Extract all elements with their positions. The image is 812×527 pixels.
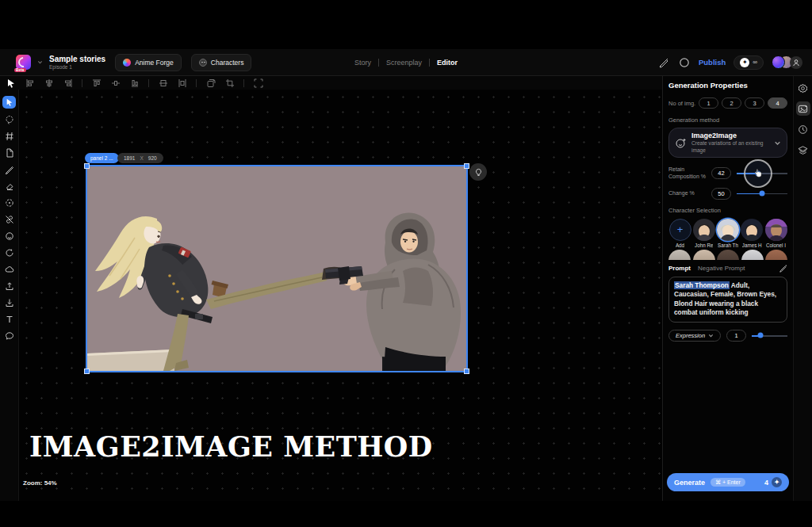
nav-screenplay[interactable]: Screenplay xyxy=(379,59,429,67)
project-title: Sample stories xyxy=(49,55,105,64)
eraser-tool-icon[interactable] xyxy=(3,181,16,192)
upload-tool-icon[interactable] xyxy=(3,281,16,292)
generation-properties-panel: Generation Properties No of img. 1 2 3 4… xyxy=(662,76,793,501)
num-images-option-2[interactable]: 2 xyxy=(722,97,741,109)
cloud-tool-icon[interactable] xyxy=(3,264,16,275)
retain-composition-value[interactable]: 42 xyxy=(711,167,731,179)
tab-anime-forge-label: Anime Forge xyxy=(135,59,174,67)
distribute-center-icon[interactable] xyxy=(177,78,187,88)
suggestion-bulb-button[interactable] xyxy=(469,163,487,181)
nav-story[interactable]: Story xyxy=(347,59,378,67)
chevron-down-icon xyxy=(708,333,714,338)
tab-negative-prompt[interactable]: Negative Prompt xyxy=(698,265,745,272)
resize-handle-bl[interactable] xyxy=(84,369,90,374)
speech-bubble-tool-icon[interactable] xyxy=(3,330,16,342)
tab-prompt[interactable]: Prompt xyxy=(668,265,691,272)
avatar[interactable] xyxy=(772,55,785,69)
generation-method-select[interactable]: Image2Image Create variations of an exis… xyxy=(668,128,787,158)
character-sarah[interactable]: Sarah Th xyxy=(717,219,740,248)
num-images-option-3[interactable]: 3 xyxy=(745,97,764,109)
change-percent-value[interactable]: 50 xyxy=(711,188,731,200)
draw-disabled-icon[interactable] xyxy=(657,56,670,69)
hand-cursor-icon xyxy=(753,168,763,178)
text-tool-icon[interactable] xyxy=(3,314,16,325)
resize-handle-br[interactable] xyxy=(464,369,469,374)
editor-canvas[interactable]: panel 2 ... 1891 X 920 xyxy=(19,90,662,501)
panel-title: Generation Properties xyxy=(668,81,787,90)
character-row-overflow[interactable] xyxy=(668,250,787,260)
layers-icon[interactable] xyxy=(796,143,810,157)
crop-icon[interactable] xyxy=(224,78,235,88)
distribute-horizontal-icon[interactable] xyxy=(110,78,121,88)
nav-editor[interactable]: Editor xyxy=(430,59,465,67)
retain-composition-slider[interactable] xyxy=(737,168,787,179)
sticker-tool-icon[interactable] xyxy=(3,231,16,242)
num-images-option-4[interactable]: 4 xyxy=(768,97,787,109)
tab-characters[interactable]: Characters xyxy=(191,54,252,71)
num-images-label: No of img. xyxy=(668,100,695,107)
prompt-character-token[interactable]: Sarah Thompson xyxy=(674,281,730,289)
project-subtitle: Episode 1 xyxy=(49,64,105,70)
download-tool-icon[interactable] xyxy=(3,297,16,308)
add-character-button[interactable]: + Add xyxy=(668,219,691,248)
align-center-vertical-icon[interactable] xyxy=(44,78,54,88)
page-tool-icon[interactable] xyxy=(3,147,16,158)
align-middle-icon[interactable] xyxy=(158,78,168,88)
change-percent-slider[interactable] xyxy=(737,188,787,199)
align-top-icon[interactable] xyxy=(91,78,102,88)
chevron-down-icon[interactable] xyxy=(37,59,43,65)
unlink-tool-icon[interactable] xyxy=(3,214,16,225)
frame-select-icon[interactable] xyxy=(253,78,263,88)
shape-tool-icon[interactable] xyxy=(3,197,16,208)
grid-tool-icon[interactable] xyxy=(3,131,16,142)
selected-panel-image[interactable] xyxy=(87,166,466,371)
character-john[interactable]: John Re xyxy=(692,219,715,248)
avatar xyxy=(693,219,715,241)
character-selection-label: Character Selection xyxy=(668,207,787,214)
dim-separator: X xyxy=(140,155,143,161)
app-logo[interactable]: Beta xyxy=(16,55,31,70)
pen-tool-icon[interactable] xyxy=(3,164,16,175)
settings-gear-icon[interactable] xyxy=(796,81,810,95)
add-person-icon[interactable] xyxy=(790,56,802,69)
panel-badge[interactable]: panel 2 ... xyxy=(85,153,119,163)
project-title-block[interactable]: Sample stories Episode 1 xyxy=(49,55,105,70)
retain-composition-label: Retain xyxy=(668,166,710,174)
resize-handle-tl[interactable] xyxy=(84,163,90,169)
collaborator-avatars[interactable] xyxy=(772,55,802,69)
panel-switcher-rail xyxy=(793,76,812,501)
select-tool-icon[interactable] xyxy=(6,78,16,88)
credits-pill[interactable]: ✦ ∞ xyxy=(733,55,764,70)
lasso-tool-icon[interactable] xyxy=(3,114,16,125)
num-images-option-1[interactable]: 1 xyxy=(699,97,718,109)
character-james[interactable]: James H xyxy=(741,219,764,248)
generation-panel-icon[interactable] xyxy=(796,101,810,116)
expression-slider[interactable] xyxy=(752,330,787,341)
prompt-tabs: Prompt Negative Prompt xyxy=(668,264,787,273)
align-right-icon[interactable] xyxy=(63,78,73,88)
rotate-icon[interactable] xyxy=(205,78,216,88)
generate-credit-count: 4 ✦ xyxy=(764,477,782,487)
prompt-enhance-icon[interactable] xyxy=(779,264,787,273)
expression-dropdown[interactable]: Expression xyxy=(668,330,721,342)
avatar xyxy=(717,219,739,241)
zoom-level-label: Zoom: 54% xyxy=(23,479,57,487)
tab-anime-forge[interactable]: Anime Forge xyxy=(115,54,182,71)
history-icon[interactable] xyxy=(796,122,810,136)
prompt-textarea[interactable]: Sarah Thompson Adult, Caucasian, Female,… xyxy=(668,277,787,323)
cursor-tool-icon[interactable] xyxy=(2,96,16,109)
character-row: + Add John Re Sarah Th James H xyxy=(668,219,787,248)
plus-icon: + xyxy=(669,219,691,241)
resize-handle-tr[interactable] xyxy=(464,163,469,169)
publish-button[interactable]: Publish xyxy=(699,58,726,67)
distribute-vertical-icon[interactable] xyxy=(129,78,140,88)
dimensions-badge: 1891 X 920 xyxy=(117,153,163,163)
align-left-icon[interactable] xyxy=(25,78,35,88)
comment-icon[interactable] xyxy=(678,56,691,69)
method-description: Create variations of an existing image xyxy=(691,140,769,153)
generate-button[interactable]: Generate ⌘ + Enter 4 ✦ xyxy=(667,473,789,491)
character-colonel[interactable]: Colonel I xyxy=(764,219,787,248)
expression-value[interactable]: 1 xyxy=(726,330,746,342)
credit-star-icon: ✦ xyxy=(740,58,749,67)
redo-sticker-icon[interactable] xyxy=(3,247,16,258)
